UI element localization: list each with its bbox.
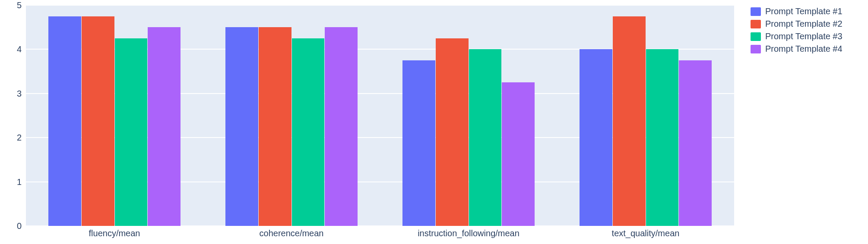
chart-main: fluency/meancoherence/meaninstruction_fo… bbox=[0, 0, 743, 244]
legend-swatch bbox=[751, 45, 761, 53]
y-tick-label: 0 bbox=[0, 221, 22, 231]
bar[interactable] bbox=[148, 27, 181, 226]
legend-label: Prompt Template #3 bbox=[765, 31, 843, 41]
y-tick-label: 3 bbox=[0, 88, 22, 98]
plot-area bbox=[26, 5, 734, 226]
legend-swatch bbox=[751, 32, 761, 41]
bar[interactable] bbox=[259, 27, 291, 226]
x-tick-label: text_quality/mean bbox=[612, 228, 680, 238]
y-tick-label: 2 bbox=[0, 133, 22, 143]
bar[interactable] bbox=[646, 49, 679, 226]
x-tick-label: fluency/mean bbox=[89, 228, 140, 238]
y-tick-label: 1 bbox=[0, 177, 22, 187]
y-tick-label: 4 bbox=[0, 44, 22, 54]
bars-layer bbox=[26, 5, 734, 226]
bar[interactable] bbox=[679, 60, 712, 226]
bar[interactable] bbox=[225, 27, 258, 226]
bar[interactable] bbox=[402, 60, 435, 226]
legend-swatch bbox=[751, 7, 761, 16]
legend-item[interactable]: Prompt Template #4 bbox=[751, 43, 863, 55]
x-tick-label: instruction_following/mean bbox=[418, 228, 520, 238]
bar[interactable] bbox=[325, 27, 358, 226]
legend-label: Prompt Template #2 bbox=[765, 19, 843, 29]
bar[interactable] bbox=[502, 82, 535, 226]
bar[interactable] bbox=[469, 49, 502, 226]
legend-item[interactable]: Prompt Template #3 bbox=[751, 30, 863, 43]
bar[interactable] bbox=[292, 38, 325, 226]
bar[interactable] bbox=[613, 16, 646, 226]
chart-legend: Prompt Template #1Prompt Template #2Prom… bbox=[751, 5, 863, 55]
x-axis-labels: fluency/meancoherence/meaninstruction_fo… bbox=[26, 226, 734, 244]
legend-label: Prompt Template #1 bbox=[765, 6, 843, 16]
y-tick-label: 5 bbox=[0, 0, 22, 10]
legend-label: Prompt Template #4 bbox=[765, 44, 843, 54]
legend-swatch bbox=[751, 20, 761, 28]
legend-item[interactable]: Prompt Template #2 bbox=[751, 18, 863, 30]
bar[interactable] bbox=[436, 38, 469, 226]
bar[interactable] bbox=[115, 38, 148, 226]
x-tick-label: coherence/mean bbox=[260, 228, 324, 238]
legend-item[interactable]: Prompt Template #1 bbox=[751, 5, 863, 18]
bar[interactable] bbox=[48, 16, 81, 226]
bar[interactable] bbox=[82, 16, 114, 226]
bar[interactable] bbox=[580, 49, 612, 226]
chart-container: fluency/meancoherence/meaninstruction_fo… bbox=[0, 0, 868, 244]
